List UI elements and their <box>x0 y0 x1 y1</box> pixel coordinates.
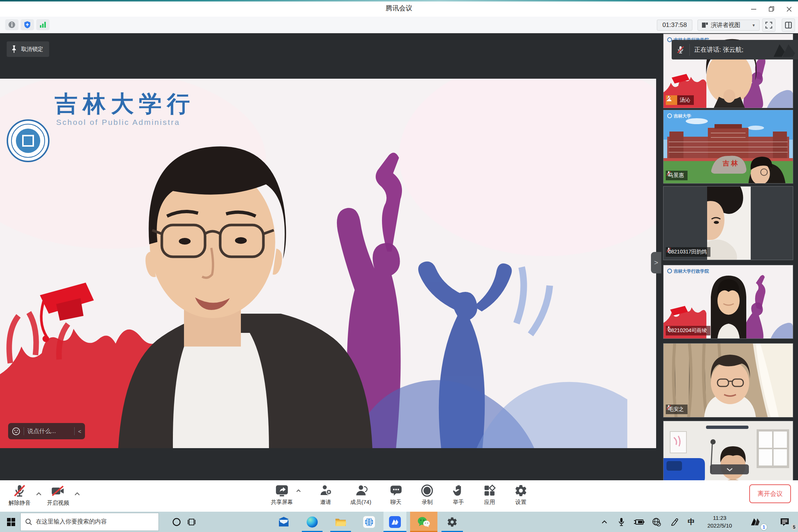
muted-mic-icon <box>666 326 672 332</box>
layout-split-button[interactable] <box>782 18 795 32</box>
split-view-icon <box>785 21 792 29</box>
tray-pen-icon[interactable] <box>667 512 682 532</box>
participant-name-chip: 08210204司雨绫 <box>666 326 710 335</box>
tray-network-icon[interactable] <box>649 512 664 532</box>
taskbar-clock[interactable]: 11:23 2022/5/10 <box>700 514 739 529</box>
tray-ime-indicator[interactable]: 中 <box>684 512 698 532</box>
invite-button[interactable]: 邀请 <box>319 484 332 506</box>
unmute-button[interactable]: 解除静音 <box>5 484 34 507</box>
view-mode-label: 演讲者视图 <box>711 21 740 29</box>
notification-icon <box>780 517 790 527</box>
collapse-chat-icon[interactable]: < <box>78 428 81 434</box>
muted-camera-icon <box>51 484 65 498</box>
record-button[interactable]: 录制 <box>420 484 434 506</box>
info-icon <box>8 21 16 29</box>
window-title: 腾讯会议 <box>0 4 798 13</box>
chat-placeholder[interactable]: 说点什么... <box>27 427 71 435</box>
chat-button[interactable]: 聊天 <box>389 484 403 506</box>
mic-options-chevron[interactable] <box>35 491 42 497</box>
dropdown-arrow-icon: ▼ <box>752 23 756 27</box>
participant-video-siyuling[interactable]: 吉林大学行政学院 08210204司雨绫 <box>664 265 793 338</box>
edge-icon <box>307 516 318 528</box>
raise-hand-icon <box>452 484 465 497</box>
muted-mic-icon <box>666 247 672 253</box>
share-options-chevron[interactable] <box>296 489 301 492</box>
microphone-icon <box>618 518 625 526</box>
taskbar-app-browser[interactable] <box>359 512 379 532</box>
taskbar-app-mail[interactable] <box>273 512 294 532</box>
cortana-button[interactable] <box>169 512 184 532</box>
invite-person-icon <box>319 484 332 497</box>
seal-icon <box>667 269 672 273</box>
settings-button[interactable]: 设置 <box>514 484 528 506</box>
security-shield-button[interactable] <box>21 19 34 30</box>
chevron-up-icon <box>36 492 42 496</box>
restore-button[interactable] <box>763 1 780 17</box>
globe-browser-icon <box>363 516 375 528</box>
meeting-topbar: 01:37:58 演讲者视图 ▼ <box>0 17 798 33</box>
search-icon <box>25 518 32 525</box>
taskbar-app-tencent-meeting[interactable] <box>383 512 406 532</box>
tray-meeting-app[interactable]: 1 <box>746 512 765 532</box>
start-video-button[interactable]: 开启视频 <box>44 484 72 507</box>
main-video-scene <box>0 79 656 448</box>
muted-mic-icon <box>666 95 672 101</box>
meeting-watermark-icon <box>772 42 797 58</box>
raise-hand-button[interactable]: 举手 <box>452 484 465 506</box>
taskbar-search-input[interactable]: 在这里输入你要搜索的内容 <box>20 513 159 531</box>
camera-options-chevron[interactable] <box>74 491 81 497</box>
pin-icon <box>10 45 18 53</box>
university-seal <box>7 120 49 161</box>
muted-mic-icon <box>13 484 27 498</box>
signal-bars-icon <box>39 21 47 28</box>
battery-charging-icon <box>633 518 644 526</box>
tray-battery-icon[interactable] <box>631 512 647 532</box>
window-titlebar: 腾讯会议 <box>0 0 798 17</box>
participant-video-majinghui[interactable]: 吉 林 吉林大学 马景惠 <box>664 110 793 183</box>
share-screen-button[interactable]: 共享屏幕 <box>271 484 293 506</box>
expand-handle-icon: > <box>654 259 658 267</box>
file-explorer-icon <box>335 517 347 527</box>
clock-time: 11:23 <box>700 514 739 522</box>
participant-name-chip: 汤沁 <box>677 95 694 105</box>
meeting-badge: 1 <box>760 524 767 531</box>
sidebar-collapse-handle[interactable]: > <box>651 252 661 273</box>
notification-center-button[interactable]: 5 <box>774 512 795 532</box>
muted-mic-icon <box>676 45 685 54</box>
thumb-logo-text: 吉林大学 <box>667 113 691 119</box>
main-speaker-video[interactable]: 吉林大学行 School of Public Administra <box>0 79 656 448</box>
speaker-view-icon <box>702 22 708 28</box>
tray-microphone-icon[interactable] <box>615 512 628 532</box>
taskbar-app-settings[interactable] <box>441 512 463 532</box>
unpin-button[interactable]: 取消锁定 <box>7 41 49 57</box>
minimize-button[interactable] <box>745 1 763 17</box>
emoji-icon <box>12 427 20 436</box>
globe-no-internet-icon <box>652 518 661 526</box>
meeting-stage: 吉林大学行 School of Public Administra 取消锁定 说… <box>0 33 798 480</box>
view-mode-selector[interactable]: 演讲者视图 ▼ <box>698 20 760 31</box>
task-view-button[interactable] <box>184 512 199 532</box>
thumb-logo-text: 吉林大学行政学院 <box>667 268 709 274</box>
participant-video-maoanzhi[interactable]: 毛安之 <box>664 344 793 417</box>
scroll-participants-down-button[interactable] <box>710 464 749 474</box>
apps-button[interactable]: 应用 <box>483 484 496 506</box>
clock-date: 2022/5/10 <box>700 522 739 529</box>
members-button[interactable]: 成员(74) <box>350 484 371 506</box>
taskbar-app-wechat[interactable] <box>410 512 437 532</box>
participant-name-chip: 08210317田韵鸽 <box>666 247 710 257</box>
network-signal-button[interactable] <box>36 19 50 30</box>
taskbar-app-edge[interactable] <box>302 512 323 532</box>
seal-icon <box>667 113 672 118</box>
taskbar-app-file-explorer[interactable] <box>330 512 351 532</box>
participant-video-tianyunge[interactable]: 08210317田韵鸽 <box>664 187 793 260</box>
quick-chat-pill[interactable]: 说点什么... < <box>8 423 85 439</box>
meeting-info-button[interactable] <box>5 19 18 30</box>
tray-expand-button[interactable] <box>598 512 611 532</box>
start-button[interactable] <box>3 512 19 532</box>
close-button[interactable] <box>780 1 798 17</box>
leave-meeting-button[interactable]: 离开会议 <box>749 484 791 503</box>
task-view-icon <box>187 518 196 526</box>
tencent-meeting-icon <box>389 516 401 528</box>
fullscreen-button[interactable] <box>762 18 775 32</box>
muted-mic-icon <box>666 405 672 410</box>
